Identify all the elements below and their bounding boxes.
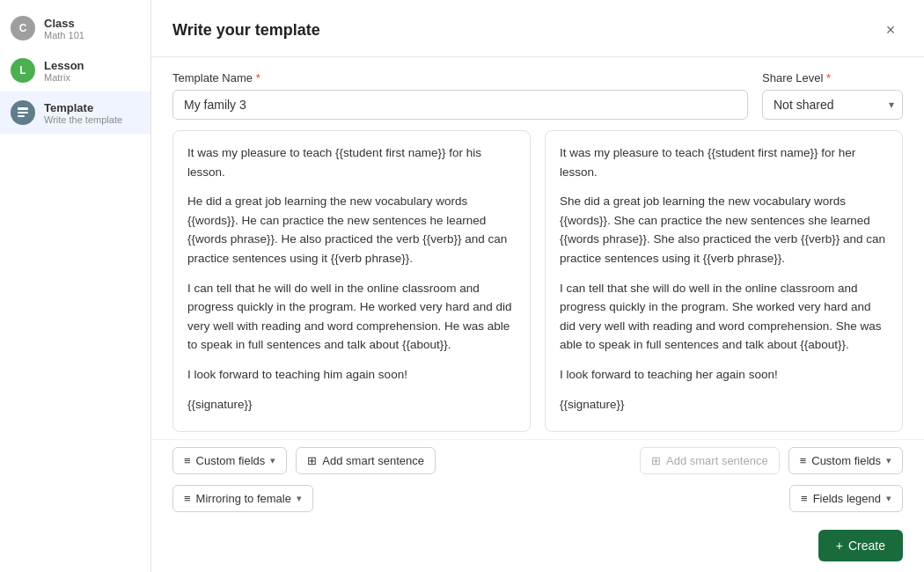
custom-fields-right-icon: ≡ [800,454,807,467]
share-level-label: Share Level * [762,71,903,84]
custom-fields-right-chevron-icon: ▾ [886,455,891,466]
sidebar: C Class Math 101 L Lesson Matrix Templat… [0,0,151,572]
male-para-2: He did a great job learning the new voca… [187,192,516,268]
share-level-select-wrap: Not shared Shared with class Shared with… [762,90,903,120]
female-para-3: I can tell that she will do well in the … [560,279,888,355]
add-smart-sentence-button[interactable]: ⊞ Add smart sentence [296,447,436,474]
svg-rect-1 [18,112,28,114]
close-button[interactable]: × [878,18,903,42]
sidebar-class-sublabel: Math 101 [44,30,84,40]
template-name-input[interactable] [172,90,748,120]
add-smart-sentence-right-button[interactable]: ⊞ Add smart sentence [640,447,780,474]
main-content: Write your template × Template Name * Sh… [151,0,924,572]
sidebar-lesson-label: Lesson [44,59,84,72]
custom-fields-right-label: Custom fields [811,454,881,467]
form-row: Template Name * Share Level * Not shared… [151,57,924,130]
create-plus-icon: + [836,539,843,553]
sidebar-template-sublabel: Write the template [44,114,122,125]
sidebar-class-label: Class [44,17,84,30]
toolbar-row-1: ≡ Custom fields ▾ ⊞ Add smart sentence ⊞… [151,439,924,481]
female-para-5: {{signature}} [560,395,888,414]
male-template-panel[interactable]: It was my pleasure to teach {{student fi… [172,130,531,432]
fields-legend-chevron-icon: ▾ [886,493,891,504]
mirroring-chevron-icon: ▾ [297,493,302,504]
template-name-label: Template Name * [172,71,748,84]
add-smart-sentence-icon: ⊞ [307,454,317,467]
male-para-1: It was my pleasure to teach {{student fi… [187,143,516,181]
mirroring-icon: ≡ [184,492,191,505]
mirroring-button[interactable]: ≡ Mirroring to female ▾ [172,485,313,512]
female-para-1: It was my pleasure to teach {{student fi… [560,143,888,181]
sidebar-template-label: Template [44,101,122,114]
modal-header: Write your template × [151,0,924,57]
add-smart-sentence-label: Add smart sentence [322,454,424,467]
fields-legend-label: Fields legend [813,492,881,505]
add-smart-sentence-right-label: Add smart sentence [666,454,768,467]
male-para-5: {{signature}} [187,395,516,414]
sidebar-lesson-sublabel: Matrix [44,72,84,83]
add-smart-sentence-right-icon: ⊞ [651,454,661,467]
svg-rect-2 [18,115,25,117]
custom-fields-button[interactable]: ≡ Custom fields ▾ [172,447,287,474]
sidebar-item-lesson[interactable]: L Lesson Matrix [0,49,150,92]
custom-fields-right-button[interactable]: ≡ Custom fields ▾ [788,447,903,474]
female-para-2: She did a great job learning the new voc… [560,192,888,268]
custom-fields-icon: ≡ [184,454,191,467]
template-name-group: Template Name * [172,71,748,120]
toolbar-right-1: ⊞ Add smart sentence ≡ Custom fields ▾ [640,447,903,474]
toolbar-right-2: ≡ Fields legend ▾ [789,485,903,512]
share-level-group: Share Level * Not shared Shared with cla… [762,71,903,120]
sidebar-item-class[interactable]: C Class Math 101 [0,7,150,49]
mirroring-label: Mirroring to female [196,492,291,505]
fields-legend-button[interactable]: ≡ Fields legend ▾ [789,485,903,512]
create-button[interactable]: + Create [818,530,903,561]
lesson-icon: L [11,58,35,83]
svg-rect-0 [18,107,28,110]
bottom-bar: + Create [151,523,924,572]
fields-legend-icon: ≡ [801,492,808,505]
templates-area: It was my pleasure to teach {{student fi… [151,130,924,432]
modal-title: Write your template [172,21,320,40]
create-label: Create [848,539,885,553]
share-level-select[interactable]: Not shared Shared with class Shared with… [762,90,903,120]
template-icon [11,100,35,125]
class-icon: C [11,16,35,40]
female-template-panel[interactable]: It was my pleasure to teach {{student fi… [545,130,903,432]
custom-fields-label: Custom fields [196,454,266,467]
male-para-3: I can tell that he will do well in the o… [187,279,516,355]
sidebar-item-template[interactable]: Template Write the template [0,92,150,134]
female-para-4: I look forward to teaching her again soo… [560,365,888,385]
custom-fields-chevron-icon: ▾ [270,455,275,466]
toolbar-row-2: ≡ Mirroring to female ▾ ≡ Fields legend … [151,481,924,523]
male-para-4: I look forward to teaching him again soo… [187,365,516,385]
